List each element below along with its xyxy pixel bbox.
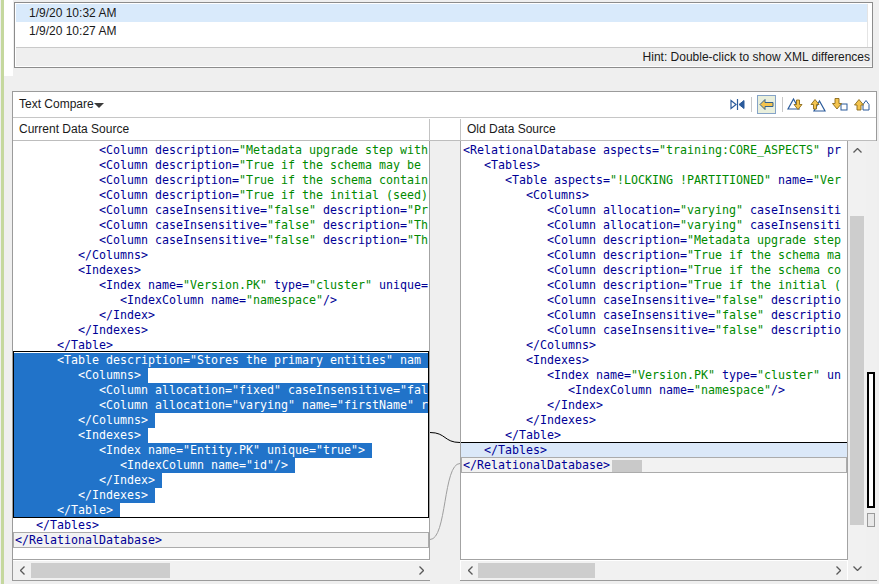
cursor-block bbox=[612, 460, 642, 472]
vertical-scrollbar[interactable] bbox=[848, 141, 866, 580]
history-list: 1/9/20 10:32 AM 1/9/20 10:27 AM Hint: Do… bbox=[14, 2, 873, 68]
code-line: <Column description="True if the schema … bbox=[13, 173, 428, 188]
code-line: </Columns> bbox=[461, 338, 596, 353]
code-line: </Table> bbox=[14, 503, 120, 518]
code-line: <Index name="Version.PK" type="cluster" … bbox=[461, 368, 841, 383]
scroll-right-icon[interactable] bbox=[830, 563, 846, 578]
code-line: <Column description="True if the schema … bbox=[13, 158, 421, 173]
overview-diff-marker[interactable] bbox=[867, 372, 875, 508]
code-line: <Column allocation="fixed" caseInsensiti… bbox=[14, 383, 430, 398]
left-accent-stripe bbox=[1, 0, 4, 584]
header-divider bbox=[460, 119, 461, 140]
code-line: <IndexColumn name="namespace"/> bbox=[461, 383, 785, 398]
code-line: </Columns> bbox=[13, 248, 148, 263]
xml-compare-view: 1/9/20 10:32 AM 1/9/20 10:27 AM Hint: Do… bbox=[0, 0, 879, 584]
left-horizontal-scrollbar[interactable] bbox=[13, 561, 430, 580]
scroll-left-icon[interactable] bbox=[462, 563, 478, 578]
left-code-pane[interactable]: <Column description="Metadata upgrade st… bbox=[13, 141, 430, 560]
left-margin bbox=[4, 0, 13, 76]
header-divider bbox=[429, 119, 430, 140]
history-timestamp: 1/9/20 10:32 AM bbox=[29, 6, 116, 20]
code-line: <IndexColumn name="id"/> bbox=[14, 458, 295, 473]
code-line: <Column caseInsensitive="false" descript… bbox=[13, 218, 428, 233]
code-line: </Index> bbox=[461, 398, 603, 413]
code-line: <Indexes> bbox=[13, 263, 141, 278]
code-line: <Column allocation="varying" name="first… bbox=[14, 398, 430, 413]
code-line: </Table> bbox=[461, 428, 561, 443]
next-difference-icon[interactable] bbox=[787, 96, 804, 113]
chevron-down-icon[interactable] bbox=[94, 103, 104, 108]
right-horizontal-scrollbar[interactable] bbox=[461, 561, 847, 580]
history-scroll-divider bbox=[867, 4, 868, 47]
code-line: <Column caseInsensitive="false" descript… bbox=[461, 293, 841, 308]
code-line: </RelationalDatabase> bbox=[461, 457, 847, 473]
code-line: <Column allocation="varying" caseInsensi… bbox=[461, 218, 841, 233]
code-line: <Column description="True if the schema … bbox=[461, 248, 841, 263]
hint-text: Hint: Double-click to show XML differenc… bbox=[643, 50, 870, 64]
code-line: <Index name="Version.PK" type="cluster" … bbox=[13, 278, 428, 293]
code-line: <RelationalDatabase aspects="training:CO… bbox=[461, 143, 841, 158]
code-line: <Column description="True if the schema … bbox=[461, 263, 841, 278]
code-line: <Table aspects="!LOCKING !PARTITIONED" n… bbox=[461, 173, 841, 188]
code-line: <Table description="Stores the primary e… bbox=[14, 353, 428, 368]
overview-ruler bbox=[866, 141, 877, 580]
code-line: <Indexes> bbox=[14, 428, 148, 443]
diff-connector-line bbox=[430, 433, 460, 443]
code-line: </Index> bbox=[13, 308, 155, 323]
code-line: </RelationalDatabase> bbox=[13, 532, 429, 548]
code-line: </Columns> bbox=[14, 413, 155, 428]
swap-left-right-icon[interactable] bbox=[729, 96, 746, 113]
code-line: <Column description="True if the initial… bbox=[13, 188, 428, 203]
scroll-left-icon[interactable] bbox=[14, 563, 30, 578]
code-line: <Column caseInsensitive="false" descript… bbox=[13, 233, 428, 248]
pane-headers: Current Data Source Old Data Source bbox=[13, 119, 876, 141]
scroll-up-icon[interactable] bbox=[848, 142, 866, 158]
vertical-scrollbar-thumb[interactable] bbox=[850, 216, 864, 525]
code-line: </Index> bbox=[14, 473, 162, 488]
code-line: <IndexColumn name="namespace"/> bbox=[13, 293, 337, 308]
code-line: </Table> bbox=[13, 338, 113, 353]
overview-diff-marker[interactable] bbox=[867, 513, 875, 527]
code-line: </Tables> bbox=[461, 442, 847, 458]
code-line: <Column description="Metadata upgrade st… bbox=[13, 143, 428, 158]
history-row[interactable]: 1/9/20 10:27 AM bbox=[16, 22, 868, 40]
compare-mode-dropdown[interactable]: Text Compare bbox=[19, 92, 94, 117]
gutter-bottom bbox=[430, 560, 460, 581]
code-line: <Column caseInsensitive="false" descript… bbox=[13, 203, 428, 218]
hint-bar: Hint: Double-click to show XML differenc… bbox=[16, 47, 872, 66]
copy-all-right-to-left-icon[interactable] bbox=[757, 95, 774, 112]
code-line: </Indexes> bbox=[13, 323, 148, 338]
scroll-down-icon[interactable] bbox=[848, 560, 866, 576]
code-line: <Columns> bbox=[461, 188, 589, 203]
diff-gutter bbox=[430, 141, 460, 560]
code-line: <Index name="Entity.PK" unique="true"> bbox=[14, 443, 372, 458]
previous-difference-icon[interactable] bbox=[809, 96, 826, 113]
compare-toolbar: Text Compare bbox=[13, 92, 876, 118]
next-change-icon[interactable] bbox=[831, 96, 848, 113]
code-line: <Indexes> bbox=[461, 353, 589, 368]
code-line: <Tables> bbox=[461, 158, 540, 173]
code-line: </Indexes> bbox=[14, 488, 155, 503]
code-line: <Column caseInsensitive="false" descript… bbox=[461, 323, 841, 338]
code-line: <Column allocation="varying" caseInsensi… bbox=[461, 203, 841, 218]
right-code-pane[interactable]: <RelationalDatabase aspects="training:CO… bbox=[460, 141, 848, 560]
code-line: </Indexes> bbox=[461, 413, 596, 428]
left-pane-title: Current Data Source bbox=[19, 119, 129, 140]
diff-connector-line bbox=[430, 464, 460, 540]
right-pane-title: Old Data Source bbox=[467, 119, 556, 140]
code-line: <Column description="Metadata upgrade st… bbox=[461, 233, 841, 248]
code-line: <Column description="True if the initial… bbox=[461, 278, 841, 293]
code-line: <Column caseInsensitive="false" descript… bbox=[461, 308, 841, 323]
history-row[interactable]: 1/9/20 10:32 AM bbox=[16, 4, 868, 22]
code-line: </Tables> bbox=[13, 518, 99, 533]
scroll-right-icon[interactable] bbox=[413, 563, 429, 578]
previous-change-icon[interactable] bbox=[853, 96, 870, 113]
code-line: <Columns> bbox=[14, 368, 148, 383]
history-timestamp: 1/9/20 10:27 AM bbox=[29, 24, 116, 38]
horizontal-scrollbar-thumb[interactable] bbox=[478, 563, 595, 578]
horizontal-scrollbar-thumb[interactable] bbox=[31, 563, 170, 578]
